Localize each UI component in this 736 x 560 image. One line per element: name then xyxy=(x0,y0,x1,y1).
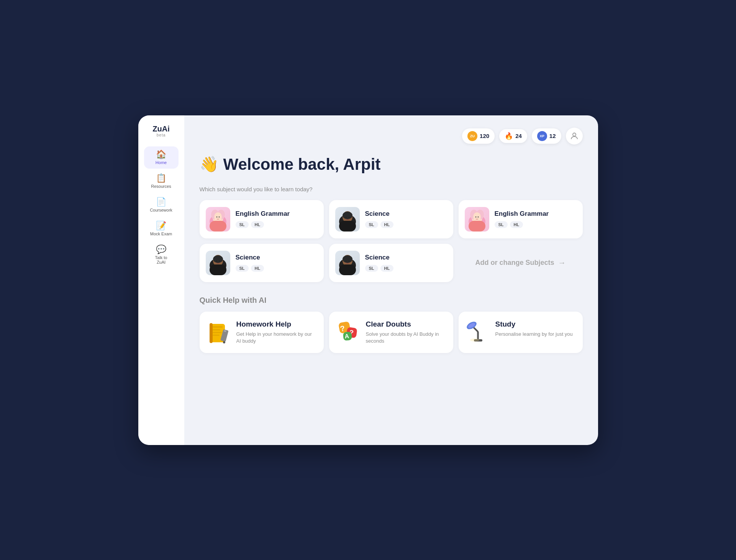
subject-avatar-girl-2 xyxy=(465,207,489,232)
tag-hl-1: HL xyxy=(251,221,264,228)
tag-hl-4: HL xyxy=(251,265,264,272)
welcome-section: 👋 Welcome back, Arpit xyxy=(200,155,583,174)
zu-icon: ZU xyxy=(467,131,477,141)
clear-doubts-desc: Solve your doubts by AI Buddy in seconds xyxy=(366,331,446,345)
subject-name-2: Science xyxy=(365,210,447,218)
tag-hl-2: HL xyxy=(380,221,394,228)
fire-badge: 🔥 24 xyxy=(499,129,527,143)
profile-button[interactable] xyxy=(566,128,583,145)
add-subjects-arrow: → xyxy=(558,258,566,267)
wave-emoji: 👋 xyxy=(200,155,219,173)
homework-icon xyxy=(207,320,231,345)
clear-doubts-title: Clear Doubts xyxy=(366,320,446,328)
tag-sl-5: SL xyxy=(365,265,378,272)
zu-count: 120 xyxy=(480,133,489,139)
svg-point-31 xyxy=(343,255,352,263)
svg-point-12 xyxy=(345,217,346,218)
xp-icon: XP xyxy=(537,131,547,141)
svg-rect-8 xyxy=(210,221,226,232)
add-subjects-text: Add or change Subjects xyxy=(475,259,554,267)
subject-info-4: Science SL HL xyxy=(236,254,318,271)
svg-line-53 xyxy=(473,327,478,332)
svg-rect-28 xyxy=(210,264,226,275)
svg-point-0 xyxy=(573,133,576,136)
subject-tags-1: SL HL xyxy=(236,221,318,228)
subject-name-1: English Grammar xyxy=(236,210,318,218)
svg-point-7 xyxy=(218,216,220,217)
tag-sl-2: SL xyxy=(365,221,378,228)
zu-badge: ZU 120 xyxy=(462,128,495,144)
subject-avatar-boy-3 xyxy=(335,251,360,275)
svg-point-26 xyxy=(216,260,217,261)
talk-zuai-icon: 💬 xyxy=(156,245,166,254)
subject-tags-4: SL HL xyxy=(236,265,318,272)
subject-info-1: English Grammar SL HL xyxy=(236,210,318,228)
subject-info-3: English Grammar SL HL xyxy=(495,210,577,228)
logo: ZuAi beta xyxy=(152,125,169,137)
help-card-study[interactable]: Study Personalise learning by for just y… xyxy=(459,312,583,353)
svg-point-27 xyxy=(219,260,220,261)
app-container: ZuAi beta 🏠 Home 📋 Resources 📄 Coursewor… xyxy=(138,115,598,445)
study-icon xyxy=(466,320,490,345)
svg-point-5 xyxy=(214,212,222,222)
sidebar-label-talk-to-zuai: Talk to ZuAI xyxy=(150,255,172,264)
main-content: ZU 120 🔥 24 XP 12 👋 Welcome ba xyxy=(184,115,598,445)
sidebar-label-mock-exam: Mock Exam xyxy=(150,232,172,236)
svg-rect-14 xyxy=(339,221,356,232)
study-title: Study xyxy=(495,320,576,328)
sidebar-label-coursework: Coursework xyxy=(150,208,172,212)
svg-point-56 xyxy=(470,338,479,342)
subjects-section-label: Which subject would you like to learn to… xyxy=(200,186,583,192)
tag-hl-3: HL xyxy=(510,221,523,228)
quick-help-label: Quick Help with AI xyxy=(200,296,583,305)
sidebar-item-resources[interactable]: 📋 Resources xyxy=(144,170,179,192)
subject-card-science-1[interactable]: Science SL HL xyxy=(329,200,453,238)
sidebar-item-talk-to-zuai[interactable]: 💬 Talk to ZuAI xyxy=(144,241,179,268)
sidebar-item-mock-exam[interactable]: 📝 Mock Exam xyxy=(144,218,179,240)
xp-badge: XP 12 xyxy=(532,128,561,144)
coursework-icon: 📄 xyxy=(156,198,166,206)
svg-rect-37 xyxy=(213,326,223,328)
svg-rect-40 xyxy=(213,335,220,336)
svg-point-33 xyxy=(348,260,349,261)
logo-text: ZuAi xyxy=(152,125,169,133)
subject-card-science-3[interactable]: Science SL HL xyxy=(329,244,453,282)
svg-rect-39 xyxy=(213,332,222,333)
svg-rect-41 xyxy=(210,323,213,343)
subject-info-2: Science SL HL xyxy=(365,210,447,228)
xp-count: 12 xyxy=(549,133,556,139)
sidebar-item-coursework[interactable]: 📄 Coursework xyxy=(144,194,179,216)
sidebar-item-home[interactable]: 🏠 Home xyxy=(144,146,179,169)
add-subjects-card[interactable]: Add or change Subjects → xyxy=(459,244,583,282)
homework-title: Homework Help xyxy=(236,320,317,328)
quick-help-grid: Homework Help Get Help in your homework … xyxy=(200,312,583,353)
fire-count: 24 xyxy=(515,133,522,139)
subject-card-english-grammar-2[interactable]: English Grammar SL HL xyxy=(459,200,583,238)
study-info: Study Personalise learning by for just y… xyxy=(495,320,576,338)
subject-card-english-grammar-1[interactable]: English Grammar SL HL xyxy=(200,200,324,238)
svg-point-11 xyxy=(343,212,352,219)
header: ZU 120 🔥 24 XP 12 xyxy=(200,128,583,145)
help-card-clear-doubts[interactable]: ? ? A Clear Doubts Solve your doubts by … xyxy=(329,312,453,353)
sidebar-label-resources: Resources xyxy=(151,184,171,189)
subject-info-5: Science SL HL xyxy=(365,254,447,271)
sidebar-label-home: Home xyxy=(156,160,167,165)
help-card-homework[interactable]: Homework Help Get Help in your homework … xyxy=(200,312,324,353)
resources-icon: 📋 xyxy=(156,174,166,182)
study-desc: Personalise learning by for just you xyxy=(495,331,576,338)
home-icon: 🏠 xyxy=(156,150,166,159)
subject-name-3: English Grammar xyxy=(495,210,577,218)
homework-desc: Get Help in your homework by our AI budd… xyxy=(236,331,317,345)
tag-hl-5: HL xyxy=(380,265,394,272)
subjects-grid: English Grammar SL HL xyxy=(200,200,583,282)
svg-point-21 xyxy=(477,216,479,217)
svg-text:A: A xyxy=(344,333,349,340)
fire-icon: 🔥 xyxy=(505,132,513,140)
subject-card-science-2[interactable]: Science SL HL xyxy=(200,244,324,282)
svg-rect-38 xyxy=(213,329,220,330)
subject-name-4: Science xyxy=(236,254,318,261)
svg-rect-22 xyxy=(469,221,485,232)
homework-info: Homework Help Get Help in your homework … xyxy=(236,320,317,345)
welcome-title: 👋 Welcome back, Arpit xyxy=(200,155,583,174)
svg-point-44 xyxy=(223,341,225,343)
